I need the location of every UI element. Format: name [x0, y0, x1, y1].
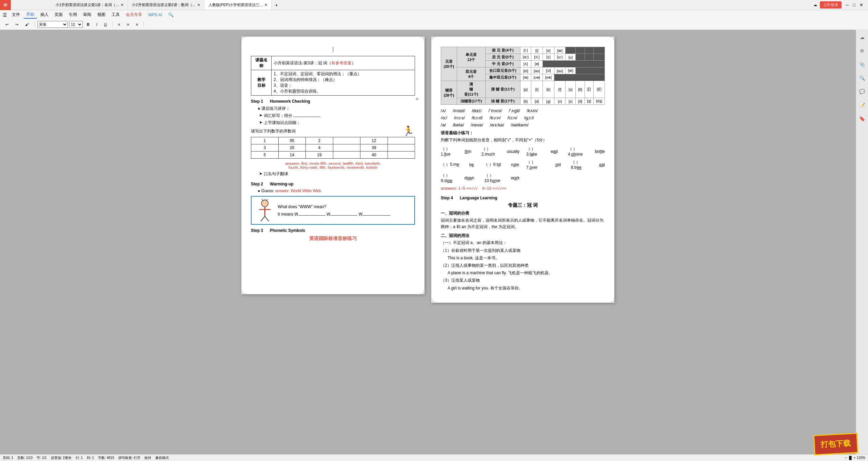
- step2-title: Warming-up: [270, 182, 294, 186]
- bv-7-dark: [585, 54, 593, 61]
- exercise-title: 语音基础小练习：: [441, 130, 605, 136]
- titlebar: W 小1升初英语语法讲义第1讲：名词（... ✕ 小2升初英语语法讲义第2讲：数…: [0, 0, 868, 10]
- phonetic-line-2: /ɑː//nɔːs//bɔːd//bɔːn//tɔːn//ɡɔːl/: [441, 115, 605, 120]
- sidebar-settings-icon[interactable]: ⚙: [857, 46, 867, 56]
- font-family-select[interactable]: 宋体: [37, 21, 68, 28]
- step2-number: Step 2: [251, 182, 263, 186]
- login-button[interactable]: 立即登录: [820, 1, 842, 8]
- close-icon[interactable]: ✕: [121, 3, 123, 7]
- classification-text: 冠词主要放在名词之前，说明名词所表示的人或事物，它不能离开名词单独存在。冠词分为…: [441, 217, 605, 230]
- align-right-button[interactable]: ≡: [133, 22, 141, 27]
- zoom-in-btn[interactable]: +: [854, 456, 856, 460]
- menu-page[interactable]: 页面: [52, 11, 65, 18]
- vd-d: [d]: [531, 98, 542, 105]
- right-doc-page: 元音(20个) 单元音12个 前 元 音(4个) [iː] [i] [e] [æ…: [431, 37, 614, 303]
- svg-line-5: [262, 199, 263, 201]
- ex-item-3: （ ）3.lake wait （ ）4.phone bottle: [526, 146, 605, 157]
- sidebar-bookmark-icon[interactable]: 🔖: [857, 114, 867, 123]
- menu-vip[interactable]: 会员专享: [123, 11, 145, 18]
- obj-2: 2、冠词用法的特殊情况；（难点）: [274, 77, 413, 83]
- back-vowel-label: 后 元 音(5个): [486, 54, 520, 61]
- maximize-button[interactable]: □: [851, 2, 857, 7]
- item-review2: ➤上节课知识点回顾；: [259, 120, 415, 126]
- menu-start[interactable]: 开始: [23, 11, 37, 19]
- close-button[interactable]: ✕: [858, 2, 865, 7]
- bv-5: [u]: [566, 54, 576, 61]
- sidebar-clip-icon[interactable]: 📎: [857, 60, 867, 69]
- step3-title: Phonetic Symbols: [270, 228, 305, 233]
- cell-blank6: [388, 152, 415, 159]
- bold-button[interactable]: B: [84, 22, 92, 27]
- pages-area: 课题名称 小升初英语语法-第3讲：冠 词（有参考答案） 教学目标 1、不定冠词、…: [0, 30, 856, 454]
- exercise-instruction: 判断下列单词划线部分发音，相同划"√"，不同划"×"（5分）: [441, 137, 605, 143]
- vc-th: [θ]: [576, 81, 585, 98]
- www-question: What does "WWW" mean?: [278, 204, 391, 209]
- tab-2[interactable]: 小2升初英语语法讲义第2讲：数词（... ✕: [128, 0, 204, 10]
- character-svg: [256, 199, 274, 221]
- close-icon-2[interactable]: ✕: [197, 3, 200, 7]
- hamburger-icon[interactable]: ☰: [3, 12, 7, 18]
- align-left-button[interactable]: ≡: [115, 22, 123, 27]
- vc-s: [s]: [566, 81, 576, 98]
- left-doc-page: 课题名称 小升初英语语法-第3讲：冠 词（有参考答案） 教学目标 1、不定冠词、…: [241, 37, 425, 294]
- ordinal-instruction: 请写出下列数字的序数词: [251, 128, 415, 134]
- diphthong-header: 双元音8个: [457, 67, 486, 81]
- sidebar-search-icon[interactable]: 🔍: [857, 73, 867, 83]
- cell-blank5: [333, 152, 360, 159]
- vc-ch: [tʃ]: [593, 81, 605, 98]
- step1-header: Step 1 Homework Checking 🏃: [251, 99, 415, 104]
- step3-header: Step 3 Phonetic Symbols: [251, 228, 415, 233]
- sidebar-cloud-icon[interactable]: ☁: [857, 33, 867, 42]
- status-proofread[interactable]: 校对: [144, 456, 151, 460]
- font-size-select[interactable]: 12: [69, 21, 83, 28]
- menu-ai[interactable]: WPS AI: [145, 12, 165, 18]
- step2-guess: ● Guess: answer: World Wide Web: [258, 188, 415, 193]
- download-stamp[interactable]: 打包下载: [813, 433, 859, 456]
- voiced-label-sub: 浊辅音(17个): [457, 98, 486, 105]
- ribbon-format-painter[interactable]: 🖌: [22, 22, 32, 27]
- add-tab-button[interactable]: +: [272, 2, 281, 8]
- zoom-out-btn[interactable]: ─: [845, 456, 847, 460]
- menu-review[interactable]: 审阅: [80, 11, 94, 18]
- cend-3: [eə]: [542, 74, 554, 81]
- bv-3: [ɔ]: [542, 54, 554, 61]
- step1-title: Homework Checking: [270, 99, 310, 104]
- close-icon-3[interactable]: ✕: [264, 3, 267, 7]
- ribbon-row: ↩ ↪ 🖌 宋体 12 B I U ≡ ≡ ≡: [0, 20, 868, 29]
- minimize-button[interactable]: ─: [844, 2, 850, 7]
- pv-3: [e]: [542, 47, 554, 54]
- underline-button[interactable]: U: [101, 22, 110, 27]
- voiceless-label: 清 辅 音(11个): [486, 81, 520, 98]
- menu-view[interactable]: 视图: [95, 11, 108, 18]
- bv-2: [ɔː]: [531, 54, 542, 61]
- svg-line-4: [265, 216, 269, 221]
- bv-1: [ɑː]: [520, 54, 531, 61]
- search-icon[interactable]: 🔍: [168, 12, 174, 17]
- menu-insert[interactable]: 插入: [38, 11, 51, 18]
- cell-blank4: [388, 144, 415, 152]
- zoom-slider[interactable]: ▐▌: [848, 456, 853, 460]
- cell-40: 40: [360, 152, 388, 159]
- italic-button[interactable]: I: [94, 22, 100, 27]
- menu-reference[interactable]: 引用: [66, 11, 80, 18]
- step1-number: Step 1: [251, 99, 263, 104]
- section-usage: 二、冠词的用法: [441, 233, 605, 239]
- closing-dip-label: 合口双元音(5个): [486, 67, 520, 74]
- add-row-button[interactable]: ⊕: [416, 97, 418, 101]
- menu-tools[interactable]: 工具: [109, 11, 122, 18]
- phonetic-line-3: /ə//betə//nevə//wɜːkə//welkəm/: [441, 122, 605, 127]
- align-center-button[interactable]: ≡: [124, 22, 132, 27]
- tab-3-active[interactable]: 人教版(PEP)小升初英语语法三... ✕: [204, 0, 272, 10]
- sidebar-note-icon[interactable]: 📝: [857, 100, 867, 110]
- pv-5-dark: [566, 47, 576, 54]
- ribbon-undo[interactable]: ↩: [3, 22, 11, 27]
- cell-blank2: [388, 137, 415, 144]
- score-blank: [293, 117, 320, 117]
- status-word-count: 字数: 4815: [98, 456, 114, 460]
- tab-1[interactable]: 小1升初英语语法讲义第1讲：名词（... ✕: [52, 0, 128, 10]
- menu-file[interactable]: 文件: [9, 11, 23, 18]
- sidebar-comment-icon[interactable]: 💬: [857, 87, 867, 96]
- ribbon-redo[interactable]: ↪: [13, 22, 21, 27]
- svg-line-7: [267, 199, 268, 201]
- exercise-answers: answers: 1~5 ××√√√ 6~10 ×√√√××: [441, 186, 605, 191]
